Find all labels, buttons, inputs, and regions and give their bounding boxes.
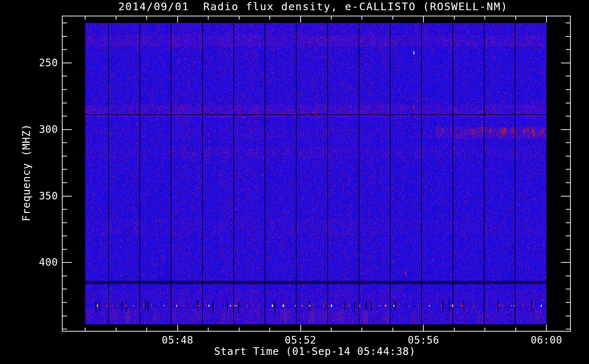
x-tick-label: 05:48 [149,335,207,346]
y-tick-label: 300 [17,124,58,135]
plot-axes [0,0,589,364]
x-tick-label: 06:00 [517,335,576,346]
y-tick-label: 350 [17,190,58,202]
x-tick-label: 05:52 [272,335,330,346]
y-tick-label: 250 [17,57,58,69]
spectrogram-figure: 2014/09/01 Radio flux density, e-CALLIST… [0,0,589,364]
plot-frame [62,16,570,331]
x-tick-label: 05:56 [394,335,452,346]
y-tick-label: 400 [17,257,58,268]
